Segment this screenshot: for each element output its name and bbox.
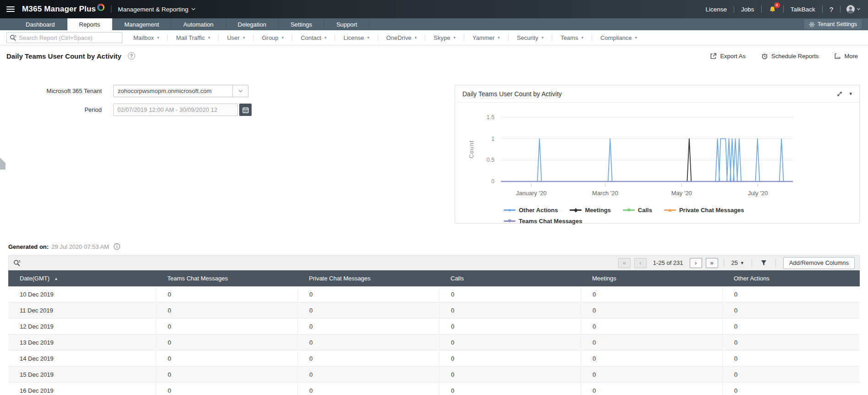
tab-automation[interactable]: Automation xyxy=(171,18,226,30)
table-row[interactable]: 10 Dec 201900000 xyxy=(8,286,860,302)
column-header-calls[interactable]: Calls xyxy=(439,270,581,286)
column-label: Calls xyxy=(450,275,464,282)
pagination: « ‹ 1-25 of 231 › » 25 ▼ Add/Remove Colu… xyxy=(618,257,855,269)
column-header-date-gmt-[interactable]: Date(GMT)▲ xyxy=(8,270,156,286)
tab-delegation[interactable]: Delegation xyxy=(226,18,279,30)
export-as-button[interactable]: Export As xyxy=(710,53,746,60)
legend-item-teams-chat-messages[interactable]: ▼Teams Chat Messages xyxy=(504,216,582,225)
tab-dashboard[interactable]: Dashboard xyxy=(14,18,67,30)
sort-asc-icon: ▲ xyxy=(54,276,58,281)
legend-item-calls[interactable]: ■Calls xyxy=(623,205,652,214)
table-row[interactable]: 15 Dec 201900000 xyxy=(8,367,860,383)
chart-legend: ●Other Actions◆Meetings■Calls▲Private Ch… xyxy=(504,205,797,225)
private-chat-messages-marker-icon: ▲ xyxy=(664,205,676,214)
chevron-down-icon: ▾ xyxy=(498,35,500,40)
menu-label: Yammer xyxy=(472,34,494,41)
menu-contact[interactable]: Contact▾ xyxy=(292,34,335,41)
table-row[interactable]: 12 Dec 201900000 xyxy=(8,318,860,335)
tenant-selected-value: zohocorpwsmopm.onmicrosoft.com xyxy=(114,88,232,94)
tab-management[interactable]: Management xyxy=(112,18,171,30)
calendar-button[interactable] xyxy=(239,104,252,116)
chevron-down-icon: ▾ xyxy=(208,35,210,40)
report-search[interactable] xyxy=(6,32,122,43)
menu-user[interactable]: User▾ xyxy=(219,34,253,41)
legend-item-meetings[interactable]: ◆Meetings xyxy=(570,205,610,214)
divider xyxy=(761,5,762,13)
menu-skype[interactable]: Skype▾ xyxy=(425,34,464,41)
generated-row: Generated on: 29 Jul 2020 07:53 AM xyxy=(0,241,868,252)
column-header-teams-chat-messages[interactable]: Teams Chat Messages xyxy=(156,270,297,286)
user-menu[interactable] xyxy=(841,5,862,14)
help-button[interactable]: ? xyxy=(824,5,839,13)
table-row[interactable]: 14 Dec 201900000 xyxy=(8,351,860,367)
chart-panel: Daily Teams User Count by Activity ▾ 00.… xyxy=(455,85,860,224)
table-header-row: Date(GMT)▲Teams Chat MessagesPrivate Cha… xyxy=(8,270,860,286)
filter-button[interactable] xyxy=(758,259,770,266)
menu-mail-traffic[interactable]: Mail Traffic▾ xyxy=(168,34,218,41)
more-button[interactable]: More xyxy=(834,53,858,60)
menu-license[interactable]: License▾ xyxy=(335,34,377,41)
license-link[interactable]: License xyxy=(700,6,733,13)
menu-icon[interactable] xyxy=(6,6,15,12)
notifications-button[interactable]: 4 xyxy=(763,5,782,13)
column-label: Date(GMT) xyxy=(20,275,49,282)
table-row[interactable]: 16 Dec 201900000 xyxy=(8,383,860,395)
search-input[interactable] xyxy=(19,34,119,41)
menu-yammer[interactable]: Yammer▾ xyxy=(464,34,508,41)
tab-reports[interactable]: Reports xyxy=(67,18,113,30)
chevron-down-icon: ▾ xyxy=(243,35,245,40)
menu-security[interactable]: Security▾ xyxy=(509,34,552,41)
chart-title: Daily Teams User Count by Activity xyxy=(462,90,562,98)
chart-menu-caret[interactable]: ▾ xyxy=(849,91,852,97)
chevron-down-icon xyxy=(238,88,242,92)
column-header-private-chat-messages[interactable]: Private Chat Messages xyxy=(297,270,439,286)
schedule-reports-button[interactable]: Schedule Reports xyxy=(761,53,819,60)
y-tick-label: 0.5 xyxy=(487,157,494,163)
add-remove-columns-button[interactable]: Add/Remove Columns xyxy=(783,257,855,269)
legend-item-other-actions[interactable]: ●Other Actions xyxy=(504,205,558,214)
pagination-last-button[interactable]: » xyxy=(706,258,718,268)
pagination-next-button[interactable]: › xyxy=(690,258,702,268)
column-header-meetings[interactable]: Meetings xyxy=(581,270,722,286)
context-switcher[interactable]: Management & Reporting xyxy=(118,6,195,13)
tenant-select[interactable]: zohocorpwsmopm.onmicrosoft.com xyxy=(113,85,248,97)
report-help-icon[interactable]: ? xyxy=(128,52,135,60)
page: M365 Manager Plus Management & Reporting… xyxy=(0,0,868,395)
pagination-range: 1-25 of 231 xyxy=(653,259,683,266)
divider xyxy=(724,259,724,267)
menu-onedrive[interactable]: OneDrive▾ xyxy=(378,34,425,41)
product-name: M365 Manager Plus xyxy=(22,5,96,14)
jobs-link[interactable]: Jobs xyxy=(735,6,760,13)
chevron-down-icon: ▾ xyxy=(282,35,284,40)
table-row[interactable]: 11 Dec 201900000 xyxy=(8,302,860,318)
divider xyxy=(840,5,841,13)
menu-mailbox[interactable]: Mailbox▾ xyxy=(125,34,167,41)
tenant-settings-button[interactable]: Tenant Settings xyxy=(804,19,862,29)
topbar-right: License Jobs 4 TalkBack ? xyxy=(700,5,862,14)
table-cell: 0 xyxy=(297,335,439,350)
table-cell: 0 xyxy=(581,286,722,302)
legend-label: Other Actions xyxy=(519,207,558,214)
legend-item-private-chat-messages[interactable]: ▲Private Chat Messages xyxy=(664,205,744,214)
calendar-icon xyxy=(242,106,249,114)
menu-label: Teams xyxy=(560,34,578,41)
expand-icon[interactable] xyxy=(836,91,843,97)
page-size-select[interactable]: 25 ▼ xyxy=(730,259,746,266)
legend-label: Private Chat Messages xyxy=(679,207,744,214)
chevron-down-icon: ▾ xyxy=(367,35,369,40)
menu-teams[interactable]: Teams▾ xyxy=(552,34,592,41)
chevron-down-icon: ▾ xyxy=(542,35,544,40)
tenant-label: Microsoft 365 Tenant xyxy=(37,88,102,94)
column-header-other-actions[interactable]: Other Actions xyxy=(722,270,860,286)
menu-group[interactable]: Group▾ xyxy=(253,34,292,41)
tab-settings[interactable]: Settings xyxy=(279,18,324,30)
menu-compliance[interactable]: Compliance▾ xyxy=(592,34,645,41)
table-search-button[interactable] xyxy=(13,259,21,267)
tab-support[interactable]: Support xyxy=(324,18,370,30)
info-icon[interactable] xyxy=(113,243,121,250)
table-row[interactable]: 13 Dec 201900000 xyxy=(8,335,860,351)
table-cell: 15 Dec 2019 xyxy=(8,367,156,382)
chevron-down-icon: ▾ xyxy=(415,35,417,40)
talkback-link[interactable]: TalkBack xyxy=(785,6,821,13)
period-input[interactable]: 02/07/2019 12:00 AM - 30/09/2020 12 xyxy=(113,104,238,116)
